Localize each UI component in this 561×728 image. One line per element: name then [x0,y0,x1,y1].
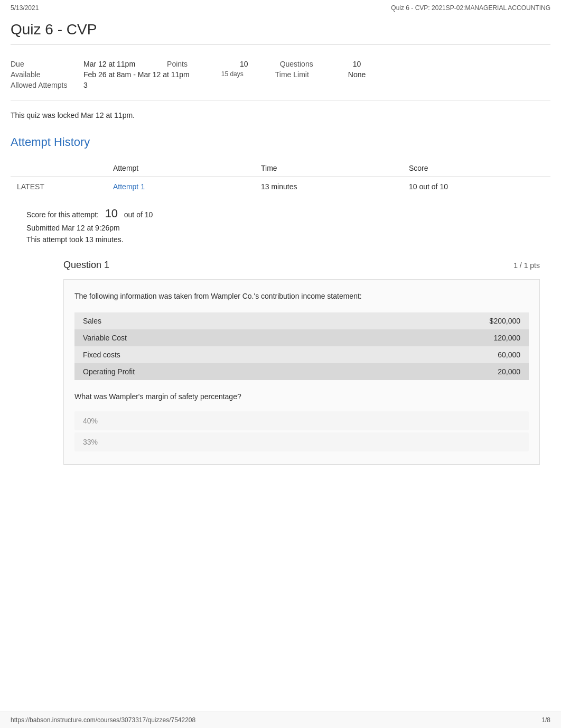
time-limit-label: Time Limit [275,70,344,79]
browser-tab-title: Quiz 6 - CVP: 2021SP-02:MANAGERIAL ACCOU… [391,4,550,12]
col-header-attempt: Attempt [107,160,255,177]
attempt-history-table: Attempt Time Score LATEST Attempt 1 13 m… [11,160,550,196]
col-header-time: Time [255,160,403,177]
duration-text: This attempt took 13 minutes. [26,235,550,244]
col-header-score: Score [403,160,550,177]
due-value: Mar 12 at 11pm [83,60,135,68]
date-shown: 5/13/2021 [11,4,39,12]
question-1-title: Question 1 [63,260,109,271]
footer-url: https://babson.instructure.com/courses/3… [11,716,195,724]
financial-data-table: Sales $200,000 Variable Cost 120,000 Fix… [74,312,529,380]
attempt-link[interactable]: Attempt 1 [113,182,145,191]
answer-option: 40% [74,411,529,430]
due-label: Due [11,60,79,68]
attempt-score: 10 out of 10 [403,177,550,197]
row-value: 20,000 [347,363,529,380]
allowed-attempts-label: Allowed Attempts [11,81,79,89]
allowed-attempts-value: 3 [83,81,88,89]
footer-page: 1/8 [541,716,550,724]
attempt-time: 13 minutes [255,177,403,197]
duration-value: 15 days [221,70,244,78]
row-value: 60,000 [347,346,529,363]
quiz-meta: Due Mar 12 at 11pm Points 10 Questions 1… [11,53,550,100]
points-value: 10 [240,60,248,68]
question-1-block: Question 1 1 / 1 pts The following infor… [63,260,540,465]
page-title: Quiz 6 - CVP [11,21,550,45]
question-1-prompt: What was Wampler's margin of safety perc… [74,391,529,402]
available-value: Feb 26 at 8am - Mar 12 at 11pm [83,70,190,79]
questions-value: 10 [353,60,361,68]
answer-options: 40%33% [74,411,529,451]
footer-bar: https://babson.instructure.com/courses/3… [0,712,561,728]
question-1-intro: The following information was taken from… [74,290,529,302]
row-label: Operating Profit [74,363,347,380]
question-1-pts: 1 / 1 pts [513,261,540,270]
row-label: Sales [74,312,347,329]
attempt-history-title: Attempt History [11,135,550,149]
row-value: 120,000 [347,329,529,346]
question-1-content: The following information was taken from… [63,279,540,465]
score-summary: Score for this attempt: 10 out of 10 Sub… [26,207,550,244]
score-suffix: out of 10 [124,210,153,219]
table-row: LATEST Attempt 1 13 minutes 10 out of 10 [11,177,550,197]
latest-label: LATEST [11,177,107,197]
table-row: Variable Cost 120,000 [74,329,529,346]
locked-notice: This quiz was locked Mar 12 at 11pm. [11,111,550,119]
questions-label: Questions [280,60,349,68]
score-number: 10 [105,207,118,220]
available-label: Available [11,70,79,79]
submitted-text: Submitted Mar 12 at 9:26pm [26,224,550,232]
answer-option: 33% [74,432,529,451]
row-value: $200,000 [347,312,529,329]
table-row: Fixed costs 60,000 [74,346,529,363]
points-label: Points [167,60,236,68]
table-row: Sales $200,000 [74,312,529,329]
table-row: Operating Profit 20,000 [74,363,529,380]
row-label: Fixed costs [74,346,347,363]
row-label: Variable Cost [74,329,347,346]
time-limit-value: None [348,70,366,79]
score-label: Score for this attempt: [26,210,99,219]
